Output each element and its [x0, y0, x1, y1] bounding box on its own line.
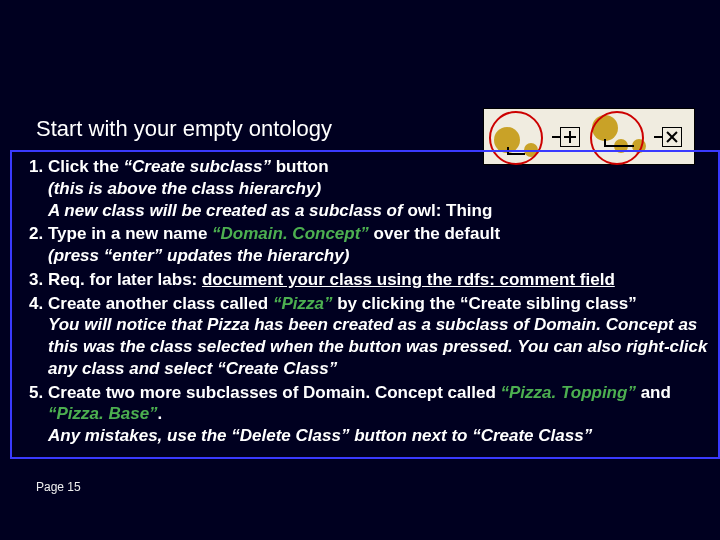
step-1: Click the “Create subclass” button (this… [48, 156, 712, 221]
step-sub: (this is above the class hierarchy) [48, 178, 712, 200]
step-sub: (press “enter” updates the hierarchy) [48, 245, 712, 267]
slide-heading: Start with your empty ontology [36, 116, 332, 142]
step-5: Create two more subclasses of Domain. Co… [48, 382, 712, 447]
step-2: Type in a new name “Domain. Concept” ove… [48, 223, 712, 267]
tree-connector [654, 136, 662, 138]
delete-class-icon [662, 127, 682, 147]
slide: Start with your empty ontology Click the… [0, 0, 720, 540]
page-number: Page 15 [36, 480, 81, 494]
tree-connector [552, 136, 560, 138]
step-text: Req. for later labs: document your class… [48, 270, 615, 289]
step-4: Create another class called “Pizza” by c… [48, 293, 712, 380]
step-text: Create another class called “Pizza” by c… [48, 294, 637, 313]
step-text: Create two more subclasses of Domain. Co… [48, 383, 671, 424]
step-sub: A new class will be created as a subclas… [48, 200, 712, 222]
plus-icon [560, 127, 580, 147]
step-3: Req. for later labs: document your class… [48, 269, 712, 291]
step-text: Type in a new name “Domain. Concept” ove… [48, 224, 500, 243]
instruction-list: Click the “Create subclass” button (this… [18, 156, 712, 447]
step-sub: You will notice that Pizza has been crea… [48, 314, 712, 379]
instruction-box: Click the “Create subclass” button (this… [10, 150, 720, 459]
step-sub: Any mistakes, use the “Delete Class” but… [48, 425, 712, 447]
step-text: Click the “Create subclass” button [48, 157, 329, 176]
